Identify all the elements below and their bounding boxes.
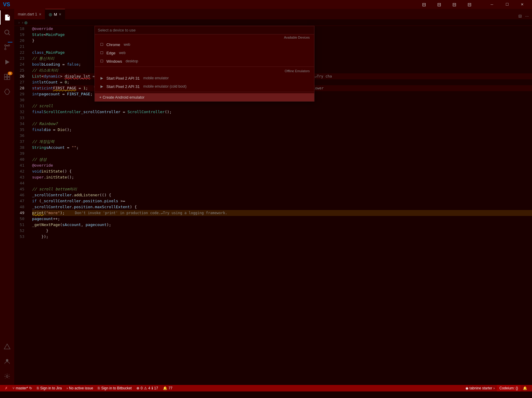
titlebar-controls: ⊟ ⊟ ⊟ ⊟ ─ ☐ ✕ xyxy=(417,0,529,9)
menu-view[interactable] xyxy=(33,4,38,5)
tab-active[interactable]: ◎ M × xyxy=(45,9,65,19)
status-jira[interactable]: ⎘ Sign in to Jira xyxy=(34,385,64,391)
menu-run[interactable] xyxy=(46,4,51,5)
menu-go[interactable] xyxy=(40,4,44,5)
layout-panel-btn[interactable]: ⊟ xyxy=(432,0,446,9)
explorer-icon[interactable] xyxy=(0,10,14,25)
breadcrumb-file-icon: ◎ xyxy=(24,20,27,25)
layout-sidebar-btn[interactable]: ⊟ xyxy=(417,0,431,9)
device-chrome-label: Chrome xyxy=(106,42,120,47)
tab-icon: ◎ xyxy=(49,12,52,17)
svg-marker-9 xyxy=(4,344,10,349)
error-x-icon: ✗ xyxy=(5,386,8,390)
warning-triangle-icon: ⚠ xyxy=(144,386,147,390)
extensions-icon[interactable]: 5 xyxy=(0,70,14,84)
tab-close-main[interactable]: × xyxy=(39,12,41,17)
status-errors[interactable]: ⊗ 0 ⚠ 4 ℹ 17 xyxy=(134,385,160,391)
info-count: 17 xyxy=(154,386,158,390)
line-numbers: 1819202122232425262728293031323334353637… xyxy=(14,26,29,385)
status-bell-icon: 🔔 xyxy=(523,386,527,390)
windows-icon: ☐ xyxy=(99,59,104,64)
main-layout: 5 main.dart 1 × ◎ M xyxy=(0,9,532,385)
code-line-32: final ScrollController _scrollController… xyxy=(32,109,532,115)
status-tabnine[interactable]: ◉ tabnine starter › xyxy=(463,385,497,391)
source-control-icon[interactable] xyxy=(0,40,14,54)
device-chrome[interactable]: ☐ Chrome web xyxy=(95,40,314,49)
code-line-48: _scrollController.position.maxScrollExte… xyxy=(32,204,532,210)
device-windows-label: Windows xyxy=(106,59,122,64)
status-bell[interactable]: 🔔 xyxy=(520,385,530,391)
breadcrumb-sep1: › xyxy=(18,20,20,25)
code-line-53: }); xyxy=(32,234,532,240)
status-no-issue[interactable]: › No active issue xyxy=(64,385,95,391)
code-line-36 xyxy=(32,133,532,139)
status-bar: ✗ ⑂ master* ↻ ⎘ Sign in to Jira › No act… xyxy=(0,385,532,391)
tab-close-active[interactable]: × xyxy=(59,12,61,17)
menu-file[interactable] xyxy=(15,4,19,5)
code-line-33 xyxy=(32,115,532,121)
line-num-49: 49 xyxy=(14,210,27,216)
svg-rect-7 xyxy=(4,77,7,80)
testing-icon[interactable] xyxy=(0,85,14,99)
code-line-35: final dio = Dio(); xyxy=(32,127,532,133)
code-line-49: print("more"); Don't invoke 'print' in p… xyxy=(32,210,532,216)
line-num-31: 31 xyxy=(14,103,27,109)
line-num-33: 33 xyxy=(14,115,27,121)
account-icon[interactable] xyxy=(0,354,14,369)
tab-main-dart[interactable]: main.dart 1 × xyxy=(14,9,45,19)
minimize-btn[interactable]: ─ xyxy=(485,0,499,9)
codeium-label: Codeium: {} xyxy=(499,386,518,390)
svg-point-1 xyxy=(5,48,6,50)
line-num-36: 36 xyxy=(14,133,27,139)
branch-icon: ⑂ xyxy=(12,386,15,390)
status-bitbucket[interactable]: ⎘ Sign in to Bitbucket xyxy=(95,385,134,391)
device-windows-type: desktop xyxy=(126,59,138,63)
search-icon[interactable] xyxy=(0,25,14,40)
line-num-40: 40 xyxy=(14,157,27,162)
offline-emulators-header: Offline Emulators xyxy=(95,68,314,74)
jira-icon: ⎘ xyxy=(37,386,39,390)
menu-selection[interactable] xyxy=(27,4,32,5)
close-btn[interactable]: ✕ xyxy=(515,0,529,9)
device-edge-label: Edge xyxy=(106,51,115,55)
line-num-46: 46 xyxy=(14,192,27,198)
device-search-input[interactable] xyxy=(98,28,311,32)
svg-point-0 xyxy=(5,30,9,34)
activity-bar: 5 xyxy=(0,9,14,385)
menu-edit[interactable] xyxy=(21,4,26,5)
chrome-icon: ☐ xyxy=(99,42,104,47)
code-line-42: void initState() { xyxy=(32,168,532,174)
emulator-icon2: ▶ xyxy=(99,84,104,89)
device-edge[interactable]: ☐ Edge web xyxy=(95,49,314,57)
line-num-21: 21 xyxy=(14,44,27,50)
device-chrome-type: web xyxy=(124,42,130,47)
code-line-34: // Rainbow? xyxy=(32,121,532,127)
tabnine-arrow: › xyxy=(493,386,495,390)
settings-icon[interactable] xyxy=(0,369,14,383)
more-actions-btn[interactable]: ··· xyxy=(524,13,530,19)
bitbucket-label: Sign in to Bitbucket xyxy=(101,386,132,390)
device-pixel2-coldboot[interactable]: ▶ Start Pixel 2 API 31 mobile emulator (… xyxy=(95,82,314,91)
status-codeium[interactable]: Codeium: {} xyxy=(497,385,520,391)
status-error-icon[interactable]: ✗ xyxy=(2,385,10,391)
status-git-branch[interactable]: ⑂ master* ↻ xyxy=(10,385,34,391)
line-num-23: 23 xyxy=(14,56,27,61)
device-windows[interactable]: ☐ Windows desktop xyxy=(95,57,314,65)
layout-activity-btn[interactable]: ⊟ xyxy=(447,0,461,9)
menu-more[interactable] xyxy=(52,4,57,5)
split-editor-btn[interactable]: ⊟ xyxy=(517,13,523,19)
svg-rect-5 xyxy=(4,74,7,77)
line-num-27: 27 xyxy=(14,79,27,85)
run-debug-icon[interactable] xyxy=(0,55,14,69)
line-num-45: 45 xyxy=(14,186,27,192)
no-issue-arrow: › xyxy=(67,386,68,390)
code-line-31: // scroll xyxy=(32,103,532,109)
device-pixel2-normal[interactable]: ▶ Start Pixel 2 API 31 mobile emulator xyxy=(95,74,314,82)
line-num-30: 30 xyxy=(14,97,27,103)
remote-icon[interactable] xyxy=(0,339,14,354)
layout-grid-btn[interactable]: ⊟ xyxy=(462,0,476,9)
maximize-btn[interactable]: ☐ xyxy=(500,0,514,9)
line-num-38: 38 xyxy=(14,145,27,151)
create-android-emulator[interactable]: + Create Android emulator xyxy=(95,93,314,101)
status-notifications[interactable]: 🔔 77 xyxy=(160,385,175,391)
